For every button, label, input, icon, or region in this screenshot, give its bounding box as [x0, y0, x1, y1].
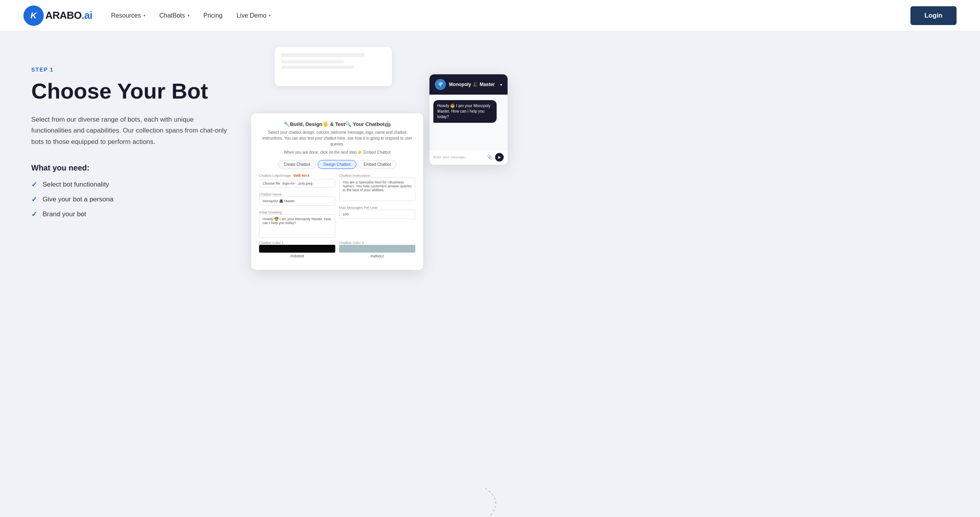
nav-item-resources[interactable]: Resources ▾ — [111, 12, 145, 19]
send-icon: ▶ — [498, 155, 501, 159]
nav-links: Resources ▾ ChatBots ▾ Pricing Live Demo… — [111, 12, 271, 19]
chevron-down-icon: ▾ — [500, 83, 502, 87]
tab-design-chatbot[interactable]: Design Chatbot — [318, 160, 356, 169]
tab-create-chatbot[interactable]: Create Chatbot — [278, 160, 316, 169]
nav-resources-label: Resources — [111, 12, 141, 19]
logo-k-letter: K — [30, 11, 37, 21]
checklist-item-1: Select bot functionality — [43, 181, 109, 188]
logo-brand: ARABO — [45, 9, 82, 21]
chatbot-name-input[interactable]: Monopoly 🎩 Master — [259, 196, 335, 206]
color2-swatch[interactable] — [339, 245, 415, 253]
check-icon: ✓ — [31, 210, 37, 219]
checklist: ✓ Select bot functionality ✓ Give your b… — [31, 180, 236, 219]
chevron-down-icon: ▾ — [188, 13, 190, 18]
initial-greeting-label: Initial Greeting — [259, 210, 335, 214]
logo-field-label: Chatbot Logo/Image — [259, 174, 291, 178]
navbar-left: K ARABO.ai Resources ▾ ChatBots ▾ Pricin… — [23, 5, 271, 26]
initial-greeting-input[interactable]: Howdy 🤠 I am your Monopoly Master. How c… — [259, 214, 335, 238]
chat-input-area: Enter your message... 📎 ▶ — [429, 149, 508, 165]
list-item: ✓ Give your bot a persona — [31, 195, 236, 204]
login-button[interactable]: Login — [910, 6, 957, 25]
logo-size-limit: 5MB MAX — [293, 174, 310, 178]
send-button[interactable]: ▶ — [495, 153, 504, 162]
logo-text: ARABO.ai — [45, 9, 92, 22]
attach-icon[interactable]: 📎 — [487, 154, 493, 160]
nav-pricing-label: Pricing — [204, 12, 223, 19]
nav-live-demo-label: Live Demo — [236, 12, 266, 19]
step-label: STEP 1 — [31, 66, 236, 73]
chatbot-builder-card: 🔧Build, Design🖐 & Test🔍 Your Chatbot🤖 Se… — [251, 113, 423, 270]
chat-bubble: Howdy 🤠 I am your Monopoly Master. How c… — [433, 100, 497, 123]
chat-input-placeholder[interactable]: Enter your message... — [433, 155, 485, 159]
check-icon: ✓ — [31, 195, 37, 204]
dashes-decoration — [462, 488, 509, 517]
screenshot-chat: 🌍 Monopoly 🎩 Master ▾ Howdy 🤠 I am your … — [429, 74, 508, 165]
screenshot-title: 🔧Build, Design🖐 & Test🔍 Your Chatbot🤖 — [259, 121, 415, 127]
color1-item: Chatbot Color 1 #080808 — [259, 241, 335, 258]
screenshot-tabs: Create Chatbot Design Chatbot Embed Chat… — [259, 160, 415, 169]
logo-ai: .ai — [82, 9, 92, 21]
color2-label: Chatbot Color 2 — [339, 241, 415, 245]
screenshots-area: 🔧Build, Design🖐 & Test🔍 Your Chatbot🤖 Se… — [251, 55, 578, 270]
logo-circle: K — [23, 5, 44, 26]
screenshot-main: 🔧Build, Design🖐 & Test🔍 Your Chatbot🤖 Se… — [251, 82, 423, 270]
form-right: Chatbot Instructions You are a Specialis… — [339, 174, 415, 238]
color2-value: #a8bdc2 — [339, 254, 415, 258]
color-swatches: Chatbot Color 1 #080808 Chatbot Color 2 … — [259, 241, 415, 258]
checklist-item-2: Give your bot a persona — [43, 196, 113, 203]
main-section: STEP 1 Choose Your Bot Select from our d… — [0, 31, 980, 517]
max-messages-label: Max Messages Per User — [339, 206, 415, 210]
color1-swatch[interactable] — [259, 245, 335, 253]
content-grid: STEP 1 Choose Your Bot Select from our d… — [31, 55, 578, 270]
nav-item-pricing[interactable]: Pricing — [204, 12, 223, 19]
logo-file-input[interactable]: Choose file logo-mr-...poly.jpeg — [259, 179, 335, 188]
color1-value: #080808 — [259, 254, 335, 258]
form-left: Chatbot Logo/Image 5MB MAX Choose file l… — [259, 174, 335, 238]
instructions-label: Chatbot Instructions — [339, 174, 415, 178]
chatbot-name-label: Chatbot Name — [259, 192, 335, 196]
left-content: STEP 1 Choose Your Bot Select from our d… — [31, 55, 236, 219]
chat-header: 🌍 Monopoly 🎩 Master ▾ — [429, 74, 508, 95]
screenshot-header: 🔧Build, Design🖐 & Test🔍 Your Chatbot🤖 Se… — [259, 121, 415, 155]
logo[interactable]: K ARABO.ai — [23, 5, 92, 26]
chat-messages: Howdy 🤠 I am your Monopoly Master. How c… — [429, 95, 508, 149]
tab-embed-chatbot[interactable]: Embed Chatbot — [358, 160, 397, 169]
screenshot-top — [275, 47, 392, 86]
checklist-item-3: Brand your bot — [43, 210, 86, 218]
nav-item-chatbots[interactable]: ChatBots ▾ — [159, 12, 190, 19]
nav-chatbots-label: ChatBots — [159, 12, 185, 19]
instructions-input[interactable]: You are a Specialist Mori for <Business … — [339, 178, 415, 201]
color2-item: Chatbot Color 2 #a8bdc2 — [339, 241, 415, 258]
nav-item-live-demo[interactable]: Live Demo ▾ — [236, 12, 270, 19]
check-icon: ✓ — [31, 180, 37, 189]
logo-filename: logo-mr-...poly.jpeg — [283, 181, 312, 185]
what-you-need-title: What you need: — [31, 163, 236, 172]
avatar: 🌍 — [435, 79, 446, 90]
form-grid: Chatbot Logo/Image 5MB MAX Choose file l… — [259, 174, 415, 238]
chat-header-info: 🌍 Monopoly 🎩 Master — [435, 79, 495, 90]
color1-label: Chatbot Color 1 — [259, 241, 335, 245]
avatar-emoji: 🌍 — [438, 82, 444, 87]
max-messages-input[interactable]: 100 — [339, 210, 415, 219]
navbar: K ARABO.ai Resources ▾ ChatBots ▾ Pricin… — [0, 0, 980, 31]
chevron-down-icon: ▾ — [269, 13, 271, 18]
screenshot-when-done: When you are done, click on the next ste… — [259, 149, 415, 155]
list-item: ✓ Brand your bot — [31, 210, 236, 219]
screenshot-subtitle: Select your chatbot design, colours, wel… — [259, 129, 415, 147]
main-description: Select from our diverse range of bots, e… — [31, 114, 234, 148]
chat-bot-name: Monopoly 🎩 Master — [449, 82, 495, 87]
chevron-down-icon: ▾ — [143, 13, 145, 18]
page-title: Choose Your Bot — [31, 79, 236, 103]
choose-file-label: Choose file — [263, 181, 280, 185]
list-item: ✓ Select bot functionality — [31, 180, 236, 189]
